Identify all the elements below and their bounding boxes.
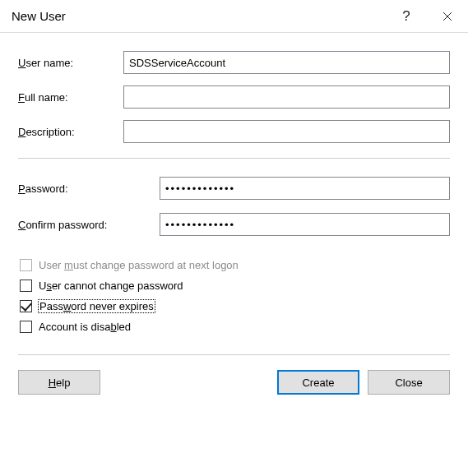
username-label: User name: bbox=[18, 57, 123, 69]
must-change-row: User must change password at next logon bbox=[18, 259, 450, 271]
fullname-input[interactable] bbox=[123, 85, 450, 109]
description-label: Description: bbox=[18, 126, 123, 138]
must-change-checkbox bbox=[20, 259, 32, 271]
password-input[interactable] bbox=[160, 177, 450, 200]
close-button[interactable]: Close bbox=[368, 370, 450, 395]
confirm-password-input[interactable] bbox=[160, 213, 450, 236]
account-disabled-label: Account is disabled bbox=[39, 321, 131, 333]
account-disabled-row[interactable]: Account is disabled bbox=[18, 321, 450, 333]
never-expires-checkbox[interactable] bbox=[20, 300, 32, 312]
must-change-label: User must change password at next logon bbox=[39, 259, 239, 271]
account-disabled-checkbox[interactable] bbox=[20, 321, 32, 333]
create-button[interactable]: Create bbox=[277, 370, 359, 395]
close-icon[interactable] bbox=[427, 0, 468, 33]
window-title: New User bbox=[12, 9, 386, 23]
help-icon[interactable]: ? bbox=[386, 0, 427, 33]
divider-bottom bbox=[18, 354, 450, 355]
username-input[interactable] bbox=[123, 51, 450, 74]
titlebar: New User ? bbox=[0, 0, 468, 33]
confirm-password-label: Confirm password: bbox=[18, 219, 160, 231]
never-expires-label: Password never expires bbox=[39, 300, 155, 312]
cannot-change-row[interactable]: User cannot change password bbox=[18, 280, 450, 292]
description-input[interactable] bbox=[123, 120, 450, 143]
cannot-change-label: User cannot change password bbox=[39, 280, 183, 292]
help-button[interactable]: Help bbox=[18, 370, 100, 395]
fullname-label: Full name: bbox=[18, 91, 123, 104]
divider bbox=[18, 158, 450, 159]
cannot-change-checkbox[interactable] bbox=[20, 280, 32, 292]
never-expires-row[interactable]: Password never expires bbox=[18, 300, 450, 312]
password-label: Password: bbox=[18, 183, 160, 195]
